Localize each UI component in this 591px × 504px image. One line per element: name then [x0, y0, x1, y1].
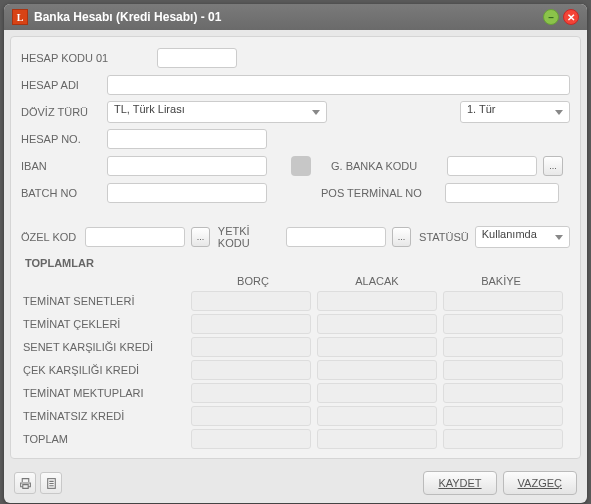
- totals-header: BORÇ ALACAK BAKİYE: [21, 275, 570, 287]
- totals-row: ÇEK KARŞILIĞI KREDİ: [21, 360, 570, 380]
- totals-cell: [191, 429, 311, 449]
- hesap-no-input[interactable]: [107, 129, 267, 149]
- totals-cell: [443, 383, 563, 403]
- hesap-adi-input[interactable]: [107, 75, 570, 95]
- statusu-label: STATÜSÜ: [419, 231, 469, 243]
- totals-cell: [317, 314, 437, 334]
- ozel-kod-label: ÖZEL KOD: [21, 231, 79, 243]
- printer-icon: [19, 477, 32, 490]
- doviz-turu-label: DÖVİZ TÜRÜ: [21, 106, 101, 118]
- totals-row: TEMİNAT MEKTUPLARI: [21, 383, 570, 403]
- totals-cell: [191, 291, 311, 311]
- totals-cell: [443, 429, 563, 449]
- totals-title: TOPLAMLAR: [25, 257, 570, 269]
- totals-cell: [191, 314, 311, 334]
- window-controls: – ✕: [543, 9, 579, 25]
- col-alacak: ALACAK: [315, 275, 439, 287]
- titlebar: L Banka Hesabı (Kredi Hesabı) - 01 – ✕: [4, 4, 587, 30]
- footer: KAYDET VAZGEÇ: [4, 465, 587, 503]
- totals-cell: [443, 406, 563, 426]
- totals-cell: [191, 383, 311, 403]
- hesap-adi-label: HESAP ADI: [21, 79, 101, 91]
- yetki-kodu-lookup-button[interactable]: ...: [392, 227, 411, 247]
- statusu-value: Kullanımda: [482, 228, 537, 240]
- totals-row-label: TOPLAM: [21, 433, 191, 445]
- totals-cell: [317, 406, 437, 426]
- hesap-no-label: HESAP NO.: [21, 133, 101, 145]
- save-button[interactable]: KAYDET: [423, 471, 496, 495]
- totals-cell: [191, 337, 311, 357]
- doviz-tur-type-value: 1. Tür: [467, 103, 496, 115]
- totals-row-label: TEMİNAT ÇEKLERİ: [21, 318, 191, 330]
- batch-no-input[interactable]: [107, 183, 267, 203]
- g-banka-kodu-label: G. BANKA KODU: [331, 160, 441, 172]
- totals-row-label: TEMİNATSIZ KREDİ: [21, 410, 191, 422]
- hesap-kodu-input[interactable]: [157, 48, 237, 68]
- totals-row: TEMİNATSIZ KREDİ: [21, 406, 570, 426]
- g-banka-kodu-lookup-button[interactable]: ...: [543, 156, 563, 176]
- totals-cell: [443, 360, 563, 380]
- totals-row: TEMİNAT SENETLERİ: [21, 291, 570, 311]
- totals-cell: [443, 337, 563, 357]
- g-banka-kodu-input[interactable]: [447, 156, 537, 176]
- document-icon: [45, 477, 58, 490]
- iban-label: IBAN: [21, 160, 101, 172]
- ozel-kod-input[interactable]: [85, 227, 185, 247]
- hesap-kodu-label: HESAP KODU 01: [21, 52, 151, 64]
- pos-terminal-input[interactable]: [445, 183, 559, 203]
- totals-cell: [317, 360, 437, 380]
- document-button[interactable]: [40, 472, 62, 494]
- totals-cell: [191, 406, 311, 426]
- statusu-select[interactable]: Kullanımda: [475, 226, 570, 248]
- pos-terminal-label: POS TERMİNAL NO: [321, 187, 439, 199]
- yetki-kodu-label: YETKİ KODU: [218, 225, 280, 249]
- totals-cell: [317, 383, 437, 403]
- totals-row-label: ÇEK KARŞILIĞI KREDİ: [21, 364, 191, 376]
- totals-row-label: TEMİNAT SENETLERİ: [21, 295, 191, 307]
- ellipsis-icon: ...: [197, 232, 205, 242]
- cancel-button[interactable]: VAZGEÇ: [503, 471, 577, 495]
- doviz-turu-value: TL, Türk Lirası: [114, 103, 185, 115]
- close-button[interactable]: ✕: [563, 9, 579, 25]
- doviz-tur-type-select[interactable]: 1. Tür: [460, 101, 570, 123]
- print-button[interactable]: [14, 472, 36, 494]
- doviz-turu-select[interactable]: TL, Türk Lirası: [107, 101, 327, 123]
- totals-cell: [443, 314, 563, 334]
- totals-row: TOPLAM: [21, 429, 570, 449]
- totals-grid: BORÇ ALACAK BAKİYE TEMİNAT SENETLERİTEMİ…: [21, 275, 570, 449]
- totals-row: SENET KARŞILIĞI KREDİ: [21, 337, 570, 357]
- content-panel: HESAP KODU 01 HESAP ADI DÖVİZ TÜRÜ TL, T…: [10, 36, 581, 459]
- iban-input[interactable]: [107, 156, 267, 176]
- window: L Banka Hesabı (Kredi Hesabı) - 01 – ✕ H…: [4, 4, 587, 503]
- totals-cell: [443, 291, 563, 311]
- col-borc: BORÇ: [191, 275, 315, 287]
- totals-cell: [317, 291, 437, 311]
- totals-row: TEMİNAT ÇEKLERİ: [21, 314, 570, 334]
- window-title: Banka Hesabı (Kredi Hesabı) - 01: [34, 10, 543, 24]
- col-bakiye: BAKİYE: [439, 275, 563, 287]
- yetki-kodu-input[interactable]: [286, 227, 386, 247]
- ellipsis-icon: ...: [549, 161, 557, 171]
- totals-row-label: TEMİNAT MEKTUPLARI: [21, 387, 191, 399]
- app-icon: L: [12, 9, 28, 25]
- totals-cell: [317, 429, 437, 449]
- ozel-kod-lookup-button[interactable]: ...: [191, 227, 210, 247]
- batch-no-label: BATCH NO: [21, 187, 101, 199]
- totals-cell: [191, 360, 311, 380]
- totals-row-label: SENET KARŞILIĞI KREDİ: [21, 341, 191, 353]
- ellipsis-icon: ...: [398, 232, 406, 242]
- minimize-button[interactable]: –: [543, 9, 559, 25]
- iban-checkbox[interactable]: [291, 156, 311, 176]
- totals-cell: [317, 337, 437, 357]
